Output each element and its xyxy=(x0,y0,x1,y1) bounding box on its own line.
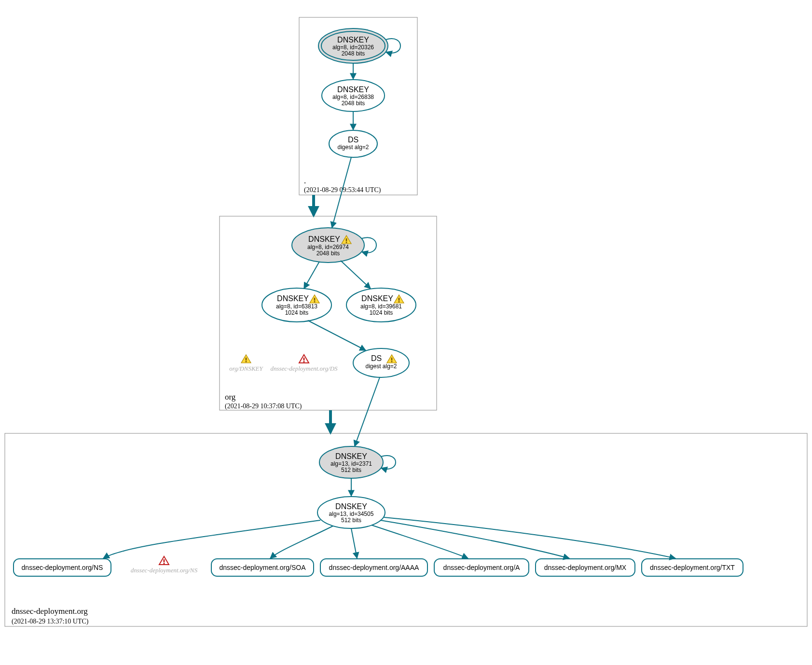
edge-org-ksk-zsk2 xyxy=(341,261,371,289)
node-rr-mx[interactable]: dnssec-deployment.org/MX xyxy=(536,559,635,576)
node-dd-zsk-sub1: alg=13, id=34505 xyxy=(329,511,374,517)
node-dd-zsk[interactable]: DNSKEY alg=13, id=34505 512 bits xyxy=(317,497,385,528)
phantom-dd-ns: dnssec-deployment.org/NS xyxy=(131,556,198,574)
node-org-zsk2-sub2: 1024 bits xyxy=(370,309,393,316)
zone-timestamp-dd: (2021-08-29 13:37:10 UTC) xyxy=(12,618,89,625)
node-rr-soa[interactable]: dnssec-deployment.org/SOA xyxy=(211,559,314,576)
node-root-ds-sub1: digest alg=2 xyxy=(337,144,369,151)
node-dd-ksk-sub1: alg=13, id=2371 xyxy=(330,460,372,467)
node-rr-txt[interactable]: dnssec-deployment.org/TXT xyxy=(642,559,743,576)
node-rr-aaaa[interactable]: dnssec-deployment.org/AAAA xyxy=(320,559,427,576)
node-org-zsk1-sub2: 1024 bits xyxy=(285,309,309,316)
svg-text:dnssec-deployment.org/DS: dnssec-deployment.org/DS xyxy=(270,365,338,372)
warning-icon xyxy=(241,355,251,363)
node-org-zsk1-title: DNSKEY xyxy=(277,294,309,303)
node-root-zsk-title: DNSKEY xyxy=(337,85,369,94)
rr-mx-label: dnssec-deployment.org/MX xyxy=(544,564,627,571)
node-root-ksk-sub1: alg=8, id=20326 xyxy=(332,44,374,51)
edge-zsk-txt xyxy=(384,517,675,558)
rr-ns-label: dnssec-deployment.org/NS xyxy=(22,564,103,571)
node-org-zsk2[interactable]: DNSKEY alg=8, id=39681 1024 bits xyxy=(346,288,416,322)
node-org-ksk-sub1: alg=8, id=26974 xyxy=(307,244,349,250)
node-rr-a[interactable]: dnssec-deployment.org/A xyxy=(434,559,529,576)
rr-txt-label: dnssec-deployment.org/TXT xyxy=(650,564,735,571)
node-root-zsk[interactable]: DNSKEY alg=8, id=26838 2048 bits xyxy=(322,80,385,111)
rr-soa-label: dnssec-deployment.org/SOA xyxy=(220,564,306,571)
node-org-ds-sub1: digest alg=2 xyxy=(365,363,397,370)
rr-a-label: dnssec-deployment.org/A xyxy=(443,564,520,571)
node-org-ds-title: DS xyxy=(371,354,382,362)
node-root-ksk[interactable]: DNSKEY alg=8, id=20326 2048 bits xyxy=(318,28,388,63)
node-root-zsk-sub2: 2048 bits xyxy=(342,100,365,107)
node-org-zsk1-sub1: alg=8, id=63813 xyxy=(276,303,317,310)
zone-timestamp-org: (2021-08-29 10:37:08 UTC) xyxy=(225,402,302,410)
node-org-zsk1[interactable]: DNSKEY alg=8, id=63813 1024 bits xyxy=(262,288,331,322)
svg-text:org/DNSKEY: org/DNSKEY xyxy=(229,365,263,372)
node-root-ksk-sub2: 2048 bits xyxy=(342,50,365,57)
node-root-ds-title: DS xyxy=(348,136,358,144)
edge-zsk-a xyxy=(372,525,468,558)
node-dd-zsk-title: DNSKEY xyxy=(335,502,367,511)
zone-label-root: . xyxy=(304,176,306,185)
node-org-ksk[interactable]: DNSKEY alg=8, id=26974 2048 bits xyxy=(292,228,364,263)
phantom-org-ds: dnssec-deployment.org/DS xyxy=(270,355,338,372)
node-dd-ksk[interactable]: DNSKEY alg=13, id=2371 512 bits xyxy=(319,446,383,478)
edge-org-zsk1-ds xyxy=(308,320,366,350)
node-org-zsk2-sub1: alg=8, id=39681 xyxy=(360,303,402,310)
edge-zsk-ns xyxy=(103,520,320,558)
node-dd-ksk-sub2: 512 bits xyxy=(341,467,361,473)
node-root-ds[interactable]: DS digest alg=2 xyxy=(329,130,377,157)
edge-zsk-mx xyxy=(380,520,569,558)
phantom-org-dnskey: org/DNSKEY xyxy=(229,355,263,372)
rr-aaaa-label: dnssec-deployment.org/AAAA xyxy=(329,564,419,571)
zone-label-dd: dnssec-deployment.org xyxy=(12,607,88,616)
node-dd-ksk-title: DNSKEY xyxy=(335,452,367,460)
node-dd-zsk-sub2: 512 bits xyxy=(341,517,361,524)
zone-box-dd xyxy=(5,433,807,626)
zone-label-org: org xyxy=(225,392,236,402)
node-root-zsk-sub1: alg=8, id=26838 xyxy=(332,94,374,100)
error-icon xyxy=(159,556,169,565)
node-org-zsk2-title: DNSKEY xyxy=(361,294,393,303)
node-org-ksk-title: DNSKEY xyxy=(308,235,340,243)
node-org-ksk-sub2: 2048 bits xyxy=(317,250,340,257)
node-org-ds[interactable]: DS digest alg=2 xyxy=(353,348,409,377)
edge-zsk-aaaa xyxy=(351,528,357,558)
edge-zsk-soa xyxy=(270,526,333,558)
node-root-ksk-title: DNSKEY xyxy=(337,36,369,44)
node-rr-ns[interactable]: dnssec-deployment.org/NS xyxy=(14,559,111,576)
edge-org-ds-dd-ksk xyxy=(355,377,380,446)
edge-org-ksk-zsk1 xyxy=(304,262,319,289)
svg-text:dnssec-deployment.org/NS: dnssec-deployment.org/NS xyxy=(131,567,198,574)
error-icon xyxy=(299,355,309,363)
